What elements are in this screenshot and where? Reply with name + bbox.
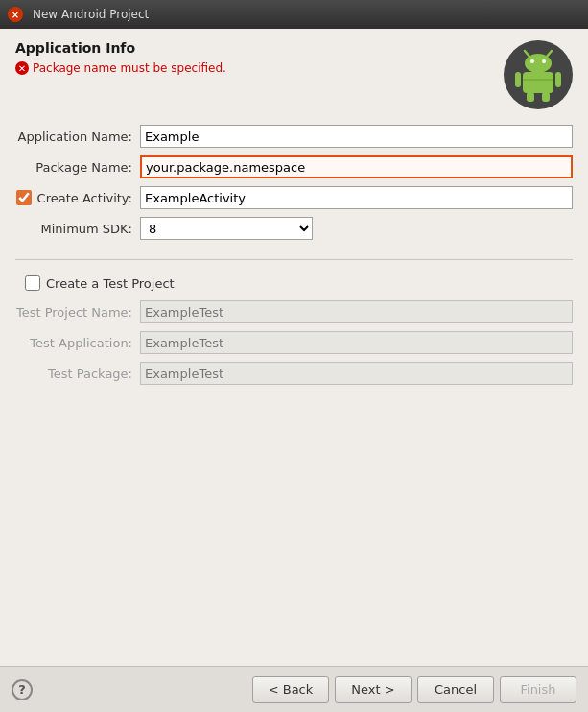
test-project-name-row: Test Project Name: — [15, 300, 573, 323]
minimum-sdk-select[interactable]: 8 2 3 4 5 6 7 9 10 — [140, 217, 313, 240]
minimum-sdk-row: Minimum SDK: 8 2 3 4 5 6 7 9 10 — [15, 217, 573, 240]
application-name-input[interactable] — [140, 125, 573, 148]
test-package-row: Test Package: — [15, 362, 573, 385]
create-activity-row: Create Activity: — [15, 186, 573, 209]
create-activity-input[interactable] — [140, 186, 573, 209]
test-application-row: Test Application: — [15, 331, 573, 354]
form-section: Application Name: Package Name: Create A… — [15, 125, 573, 248]
svg-rect-8 — [527, 92, 534, 102]
test-package-input — [140, 362, 573, 385]
package-name-row: Package Name: — [15, 155, 573, 178]
title-bar: × New Android Project — [0, 0, 588, 29]
test-project-name-input — [140, 300, 573, 323]
create-test-row: Create a Test Project — [15, 275, 573, 291]
test-application-label: Test Application: — [15, 336, 140, 350]
error-text: Package name must be specified. — [33, 61, 226, 75]
test-project-name-label: Test Project Name: — [15, 305, 140, 320]
application-name-row: Application Name: — [15, 125, 573, 148]
create-test-label: Create a Test Project — [46, 276, 175, 291]
back-button[interactable]: < Back — [252, 676, 329, 703]
test-section: Create a Test Project Test Project Name:… — [15, 275, 573, 392]
svg-rect-9 — [542, 92, 550, 102]
close-button[interactable]: × — [8, 7, 23, 22]
separator — [15, 259, 573, 260]
package-name-label: Package Name: — [15, 160, 140, 175]
header-left: Application Info ✕ Package name must be … — [15, 40, 226, 75]
window-title: New Android Project — [33, 8, 580, 21]
android-robot-svg — [513, 48, 563, 102]
android-logo — [504, 40, 573, 109]
finish-button[interactable]: Finish — [500, 676, 576, 703]
dialog-content: Application Info ✕ Package name must be … — [0, 29, 588, 666]
header-area: Application Info ✕ Package name must be … — [15, 40, 573, 109]
svg-rect-7 — [555, 72, 561, 87]
button-bar: ? < Back Next > Cancel Finish — [0, 666, 588, 712]
svg-rect-6 — [515, 72, 521, 87]
package-name-input[interactable] — [140, 155, 573, 178]
svg-point-3 — [530, 59, 534, 63]
application-name-label: Application Name: — [15, 130, 140, 144]
svg-point-2 — [525, 54, 552, 73]
next-button[interactable]: Next > — [335, 676, 412, 703]
create-test-checkbox[interactable] — [25, 275, 40, 291]
create-activity-label: Create Activity: — [37, 191, 132, 205]
error-icon: ✕ — [15, 61, 29, 75]
cancel-button[interactable]: Cancel — [417, 676, 494, 703]
minimum-sdk-label: Minimum SDK: — [15, 222, 140, 236]
test-application-input — [140, 331, 573, 354]
help-button[interactable]: ? — [12, 679, 33, 700]
svg-rect-5 — [523, 72, 553, 93]
error-message-row: ✕ Package name must be specified. — [15, 61, 226, 75]
test-package-label: Test Package: — [15, 367, 140, 381]
section-title: Application Info — [15, 40, 226, 56]
svg-point-4 — [542, 59, 546, 63]
minimum-sdk-dropdown-container: 8 2 3 4 5 6 7 9 10 — [140, 217, 573, 240]
create-activity-checkbox[interactable] — [16, 190, 32, 205]
